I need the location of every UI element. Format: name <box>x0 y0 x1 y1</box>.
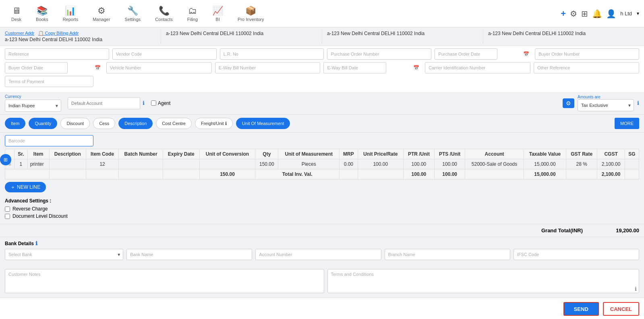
tax-select[interactable]: Tax Exclusive Tax Inclusive <box>578 99 634 111</box>
more-button[interactable]: MORE <box>615 118 639 129</box>
nav-books[interactable]: 📚 Books <box>29 2 56 25</box>
settings-button[interactable]: ⚙ <box>570 9 577 19</box>
customer-notes-textarea[interactable] <box>5 269 324 293</box>
bank-details-info-icon[interactable]: ℹ <box>35 240 37 246</box>
cell-unit-measurement[interactable]: Pieces <box>278 159 340 169</box>
tax-info-icon[interactable]: ℹ <box>637 100 639 106</box>
terms-textarea[interactable] <box>327 269 640 293</box>
tab-cost-centre[interactable]: Cost Centre <box>156 118 192 129</box>
customer-addr-link[interactable]: Customer Addr <box>5 31 34 35</box>
cell-total-taxable: 15,000.00 <box>524 169 566 179</box>
company-dropdown-arrow[interactable]: ▼ <box>636 11 640 16</box>
ifsc-input[interactable] <box>514 249 639 260</box>
nav-manager[interactable]: ⚙ Manager <box>85 2 117 25</box>
cell-sr[interactable]: 1 <box>14 159 28 169</box>
vehicle-number-input[interactable] <box>106 62 212 73</box>
cell-pts-unit[interactable]: 100.00 <box>434 159 465 169</box>
nav-settings[interactable]: 🔧 Settings <box>118 2 148 25</box>
th-item: Item <box>27 149 49 159</box>
company-name: h Ltd <box>620 10 632 17</box>
calendar-icon-2: 📅 <box>95 65 101 71</box>
new-line-button[interactable]: ＋ NEW LINE <box>5 182 46 192</box>
tab-item[interactable]: Item <box>5 118 25 129</box>
eway-bill-date-input[interactable] <box>323 62 386 73</box>
currency-select[interactable]: Indian Rupee USD EUR <box>5 100 61 112</box>
purchase-order-input[interactable] <box>327 48 431 60</box>
purchase-order-date-input[interactable] <box>435 48 497 60</box>
account-number-input[interactable] <box>255 249 381 260</box>
cancel-button[interactable]: CANCEL <box>603 302 639 316</box>
advanced-title: Advanced Settings : <box>5 198 639 204</box>
cell-description[interactable] <box>49 159 86 169</box>
currency-select-wrapper: Indian Rupee USD EUR ▼ <box>5 100 61 112</box>
cell-unit-conversion[interactable] <box>199 159 255 169</box>
cell-item-code[interactable]: 12 <box>86 159 119 169</box>
cell-cgst[interactable]: 2,100.00 <box>597 159 625 169</box>
tab-cess[interactable]: Cess <box>93 118 115 129</box>
send-button[interactable]: SEND <box>563 302 599 316</box>
carrier-id-input[interactable] <box>425 62 530 73</box>
branch-name-input[interactable] <box>385 249 510 260</box>
terms-info-icon[interactable]: ℹ <box>635 286 637 292</box>
buyer-order-date-input[interactable] <box>5 62 68 73</box>
nav-reports[interactable]: 📊 Reports <box>56 2 86 25</box>
sidebar-toggle-button[interactable]: ⊞ <box>0 154 11 165</box>
tab-discount[interactable]: Discount <box>60 118 90 129</box>
cell-expiry-date[interactable] <box>163 159 199 169</box>
cell-sg[interactable] <box>625 159 639 169</box>
cell-taxable-value[interactable]: 15,000.00 <box>524 159 566 169</box>
settings-gear-button[interactable]: ⚙ <box>563 98 574 108</box>
tab-quantity[interactable]: Quantity <box>29 118 57 129</box>
nav-manager-label: Manager <box>93 17 110 22</box>
cell-ptr-unit[interactable]: 100.00 <box>403 159 434 169</box>
cell-gst-rate[interactable]: 28 % <box>566 159 597 169</box>
nav-desk[interactable]: 🖥 Desk <box>4 2 29 25</box>
cell-mrp[interactable]: 0.00 <box>340 159 358 169</box>
th-cgst: CGST <box>597 149 625 159</box>
lr-no-input[interactable] <box>220 48 324 60</box>
eway-bill-date-wrapper: 📅 <box>323 62 422 73</box>
cell-qty[interactable]: 150.00 <box>255 159 278 169</box>
desk-icon: 🖥 <box>12 6 21 16</box>
cell-total-qty: 150.00 <box>199 169 255 179</box>
other-reference-input[interactable] <box>534 62 639 73</box>
user-button[interactable]: 👤 <box>606 9 616 19</box>
default-account-input[interactable] <box>68 97 140 109</box>
manager-icon: ⚙ <box>97 6 106 16</box>
cell-batch-number[interactable] <box>119 159 163 169</box>
grid-button[interactable]: ⊞ <box>581 9 588 19</box>
nav-filing[interactable]: 🗂 Filing <box>180 2 205 25</box>
nav-pro-inventory[interactable]: 📦 Pro Inventory <box>230 2 271 25</box>
reference-input[interactable] <box>5 48 109 60</box>
terms-wrapper: ℹ <box>327 269 640 294</box>
nav-bi[interactable]: 📈 BI <box>205 2 230 25</box>
cell-unit-price[interactable]: 100.00 <box>358 159 403 169</box>
pro-inventory-icon: 📦 <box>245 6 256 16</box>
reverse-charge-row: Reverse Charge <box>5 206 639 212</box>
cell-item[interactable]: printer <box>27 159 49 169</box>
agent-checkbox-wrapper: Agent <box>151 100 170 106</box>
table-row[interactable]: ≡ 1 printer 12 150.00 Pieces 0.00 100.00… <box>5 159 639 169</box>
reverse-charge-checkbox[interactable] <box>5 206 10 212</box>
eway-bill-input[interactable] <box>215 62 321 73</box>
tab-unit-of-measurement[interactable]: Unit Of Measurement <box>236 118 290 129</box>
buyer-order-number-input[interactable] <box>535 48 639 60</box>
vendor-code-input[interactable] <box>112 48 217 60</box>
cell-account[interactable]: 52000-Sale of Goods <box>465 159 524 169</box>
bell-button[interactable]: 🔔 <box>592 9 602 19</box>
barcode-section <box>0 133 644 149</box>
bank-name-input[interactable] <box>126 249 252 260</box>
agent-checkbox[interactable] <box>151 100 156 106</box>
default-account-info-icon[interactable]: ℹ <box>143 100 145 106</box>
barcode-input[interactable] <box>5 135 93 146</box>
nav-contacts[interactable]: 📞 Contacts <box>148 2 180 25</box>
terms-of-payment-input[interactable] <box>5 76 93 87</box>
th-unit-measurement: Unit of Measurement <box>278 149 340 159</box>
document-discount-checkbox[interactable] <box>5 214 10 219</box>
bank-select[interactable]: Select Bank <box>5 249 123 260</box>
tab-freight-unit[interactable]: Freight/Unit ℹ <box>195 118 233 129</box>
tab-description[interactable]: Description <box>118 118 153 129</box>
add-button[interactable]: + <box>561 8 566 19</box>
copy-billing-addr-link[interactable]: 📋 Copy Billing Addr <box>38 31 79 35</box>
nav-reports-label: Reports <box>63 17 79 22</box>
